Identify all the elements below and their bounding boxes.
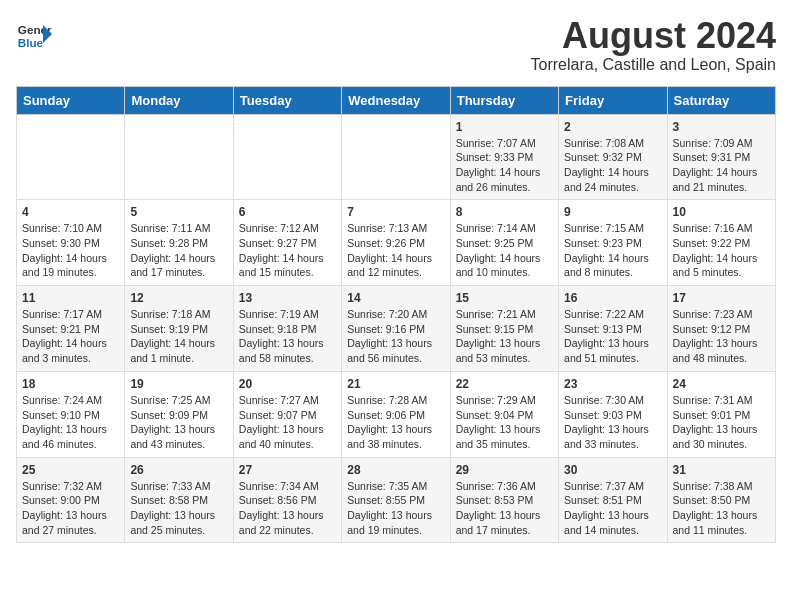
cell-content: Sunrise: 7:23 AM Sunset: 9:12 PM Dayligh… xyxy=(673,307,770,366)
calendar-cell xyxy=(342,114,450,200)
day-number: 13 xyxy=(239,291,336,305)
cell-content: Sunrise: 7:31 AM Sunset: 9:01 PM Dayligh… xyxy=(673,393,770,452)
calendar-cell: 18Sunrise: 7:24 AM Sunset: 9:10 PM Dayli… xyxy=(17,371,125,457)
day-number: 12 xyxy=(130,291,227,305)
calendar-cell: 20Sunrise: 7:27 AM Sunset: 9:07 PM Dayli… xyxy=(233,371,341,457)
day-number: 26 xyxy=(130,463,227,477)
calendar-week-row: 11Sunrise: 7:17 AM Sunset: 9:21 PM Dayli… xyxy=(17,286,776,372)
calendar-cell: 5Sunrise: 7:11 AM Sunset: 9:28 PM Daylig… xyxy=(125,200,233,286)
day-number: 23 xyxy=(564,377,661,391)
calendar-cell: 23Sunrise: 7:30 AM Sunset: 9:03 PM Dayli… xyxy=(559,371,667,457)
day-number: 30 xyxy=(564,463,661,477)
calendar-cell: 26Sunrise: 7:33 AM Sunset: 8:58 PM Dayli… xyxy=(125,457,233,543)
cell-content: Sunrise: 7:22 AM Sunset: 9:13 PM Dayligh… xyxy=(564,307,661,366)
logo: General Blue xyxy=(16,16,52,52)
day-number: 31 xyxy=(673,463,770,477)
cell-content: Sunrise: 7:08 AM Sunset: 9:32 PM Dayligh… xyxy=(564,136,661,195)
col-header-tuesday: Tuesday xyxy=(233,86,341,114)
cell-content: Sunrise: 7:28 AM Sunset: 9:06 PM Dayligh… xyxy=(347,393,444,452)
calendar-cell: 3Sunrise: 7:09 AM Sunset: 9:31 PM Daylig… xyxy=(667,114,775,200)
day-number: 25 xyxy=(22,463,119,477)
calendar-week-row: 1Sunrise: 7:07 AM Sunset: 9:33 PM Daylig… xyxy=(17,114,776,200)
cell-content: Sunrise: 7:34 AM Sunset: 8:56 PM Dayligh… xyxy=(239,479,336,538)
calendar-cell: 1Sunrise: 7:07 AM Sunset: 9:33 PM Daylig… xyxy=(450,114,558,200)
day-number: 9 xyxy=(564,205,661,219)
calendar-cell: 21Sunrise: 7:28 AM Sunset: 9:06 PM Dayli… xyxy=(342,371,450,457)
day-number: 10 xyxy=(673,205,770,219)
cell-content: Sunrise: 7:24 AM Sunset: 9:10 PM Dayligh… xyxy=(22,393,119,452)
day-number: 19 xyxy=(130,377,227,391)
calendar-cell: 10Sunrise: 7:16 AM Sunset: 9:22 PM Dayli… xyxy=(667,200,775,286)
day-number: 4 xyxy=(22,205,119,219)
col-header-sunday: Sunday xyxy=(17,86,125,114)
calendar-cell xyxy=(233,114,341,200)
calendar-cell: 29Sunrise: 7:36 AM Sunset: 8:53 PM Dayli… xyxy=(450,457,558,543)
day-number: 24 xyxy=(673,377,770,391)
cell-content: Sunrise: 7:16 AM Sunset: 9:22 PM Dayligh… xyxy=(673,221,770,280)
cell-content: Sunrise: 7:21 AM Sunset: 9:15 PM Dayligh… xyxy=(456,307,553,366)
col-header-thursday: Thursday xyxy=(450,86,558,114)
calendar-header-row: SundayMondayTuesdayWednesdayThursdayFrid… xyxy=(17,86,776,114)
col-header-monday: Monday xyxy=(125,86,233,114)
calendar-cell: 15Sunrise: 7:21 AM Sunset: 9:15 PM Dayli… xyxy=(450,286,558,372)
calendar-cell: 16Sunrise: 7:22 AM Sunset: 9:13 PM Dayli… xyxy=(559,286,667,372)
calendar-cell: 12Sunrise: 7:18 AM Sunset: 9:19 PM Dayli… xyxy=(125,286,233,372)
cell-content: Sunrise: 7:18 AM Sunset: 9:19 PM Dayligh… xyxy=(130,307,227,366)
col-header-friday: Friday xyxy=(559,86,667,114)
calendar-table: SundayMondayTuesdayWednesdayThursdayFrid… xyxy=(16,86,776,544)
cell-content: Sunrise: 7:36 AM Sunset: 8:53 PM Dayligh… xyxy=(456,479,553,538)
day-number: 5 xyxy=(130,205,227,219)
calendar-week-row: 25Sunrise: 7:32 AM Sunset: 9:00 PM Dayli… xyxy=(17,457,776,543)
calendar-cell: 19Sunrise: 7:25 AM Sunset: 9:09 PM Dayli… xyxy=(125,371,233,457)
day-number: 20 xyxy=(239,377,336,391)
day-number: 17 xyxy=(673,291,770,305)
day-number: 3 xyxy=(673,120,770,134)
cell-content: Sunrise: 7:07 AM Sunset: 9:33 PM Dayligh… xyxy=(456,136,553,195)
calendar-cell: 2Sunrise: 7:08 AM Sunset: 9:32 PM Daylig… xyxy=(559,114,667,200)
col-header-wednesday: Wednesday xyxy=(342,86,450,114)
cell-content: Sunrise: 7:14 AM Sunset: 9:25 PM Dayligh… xyxy=(456,221,553,280)
day-number: 21 xyxy=(347,377,444,391)
cell-content: Sunrise: 7:29 AM Sunset: 9:04 PM Dayligh… xyxy=(456,393,553,452)
calendar-cell: 22Sunrise: 7:29 AM Sunset: 9:04 PM Dayli… xyxy=(450,371,558,457)
calendar-cell: 31Sunrise: 7:38 AM Sunset: 8:50 PM Dayli… xyxy=(667,457,775,543)
cell-content: Sunrise: 7:32 AM Sunset: 9:00 PM Dayligh… xyxy=(22,479,119,538)
cell-content: Sunrise: 7:35 AM Sunset: 8:55 PM Dayligh… xyxy=(347,479,444,538)
cell-content: Sunrise: 7:13 AM Sunset: 9:26 PM Dayligh… xyxy=(347,221,444,280)
page-subtitle: Torrelara, Castille and Leon, Spain xyxy=(531,56,776,74)
day-number: 2 xyxy=(564,120,661,134)
cell-content: Sunrise: 7:17 AM Sunset: 9:21 PM Dayligh… xyxy=(22,307,119,366)
page-title: August 2024 xyxy=(531,16,776,56)
col-header-saturday: Saturday xyxy=(667,86,775,114)
title-block: August 2024 Torrelara, Castille and Leon… xyxy=(531,16,776,74)
day-number: 11 xyxy=(22,291,119,305)
cell-content: Sunrise: 7:30 AM Sunset: 9:03 PM Dayligh… xyxy=(564,393,661,452)
day-number: 29 xyxy=(456,463,553,477)
calendar-week-row: 18Sunrise: 7:24 AM Sunset: 9:10 PM Dayli… xyxy=(17,371,776,457)
cell-content: Sunrise: 7:38 AM Sunset: 8:50 PM Dayligh… xyxy=(673,479,770,538)
calendar-cell: 30Sunrise: 7:37 AM Sunset: 8:51 PM Dayli… xyxy=(559,457,667,543)
calendar-cell: 8Sunrise: 7:14 AM Sunset: 9:25 PM Daylig… xyxy=(450,200,558,286)
calendar-cell: 24Sunrise: 7:31 AM Sunset: 9:01 PM Dayli… xyxy=(667,371,775,457)
cell-content: Sunrise: 7:10 AM Sunset: 9:30 PM Dayligh… xyxy=(22,221,119,280)
calendar-week-row: 4Sunrise: 7:10 AM Sunset: 9:30 PM Daylig… xyxy=(17,200,776,286)
cell-content: Sunrise: 7:12 AM Sunset: 9:27 PM Dayligh… xyxy=(239,221,336,280)
calendar-cell: 9Sunrise: 7:15 AM Sunset: 9:23 PM Daylig… xyxy=(559,200,667,286)
cell-content: Sunrise: 7:15 AM Sunset: 9:23 PM Dayligh… xyxy=(564,221,661,280)
calendar-cell: 6Sunrise: 7:12 AM Sunset: 9:27 PM Daylig… xyxy=(233,200,341,286)
day-number: 6 xyxy=(239,205,336,219)
day-number: 14 xyxy=(347,291,444,305)
day-number: 16 xyxy=(564,291,661,305)
cell-content: Sunrise: 7:09 AM Sunset: 9:31 PM Dayligh… xyxy=(673,136,770,195)
calendar-cell: 4Sunrise: 7:10 AM Sunset: 9:30 PM Daylig… xyxy=(17,200,125,286)
day-number: 18 xyxy=(22,377,119,391)
cell-content: Sunrise: 7:27 AM Sunset: 9:07 PM Dayligh… xyxy=(239,393,336,452)
day-number: 22 xyxy=(456,377,553,391)
day-number: 1 xyxy=(456,120,553,134)
day-number: 15 xyxy=(456,291,553,305)
cell-content: Sunrise: 7:37 AM Sunset: 8:51 PM Dayligh… xyxy=(564,479,661,538)
calendar-cell: 14Sunrise: 7:20 AM Sunset: 9:16 PM Dayli… xyxy=(342,286,450,372)
calendar-cell: 11Sunrise: 7:17 AM Sunset: 9:21 PM Dayli… xyxy=(17,286,125,372)
svg-text:Blue: Blue xyxy=(18,36,44,49)
cell-content: Sunrise: 7:25 AM Sunset: 9:09 PM Dayligh… xyxy=(130,393,227,452)
